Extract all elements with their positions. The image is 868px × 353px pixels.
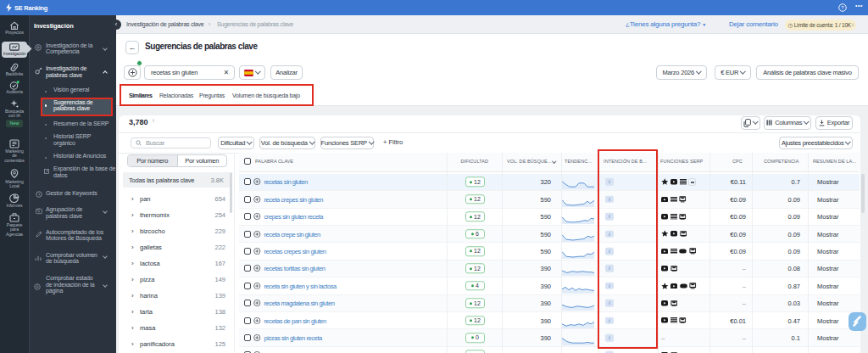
svg-text:?: ? xyxy=(841,5,844,10)
